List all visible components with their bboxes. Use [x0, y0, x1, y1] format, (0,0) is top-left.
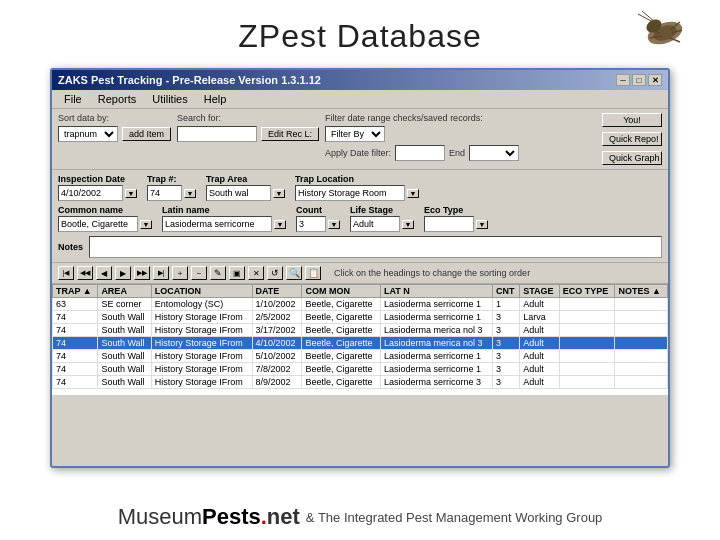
latin-name-dropdown[interactable]: ▼: [274, 220, 286, 229]
nav-last-button[interactable]: ▶|: [153, 266, 169, 280]
apply-date-input[interactable]: [395, 145, 445, 161]
table-cell: History Storage IFrom: [151, 324, 252, 337]
table-cell: [559, 311, 615, 324]
nav-next-next-button[interactable]: ▶▶: [134, 266, 150, 280]
inspection-date-dropdown[interactable]: ▼: [125, 189, 137, 198]
table-cell: 3: [493, 376, 520, 389]
quick-graph-button[interactable]: Quick Graph: [602, 151, 662, 165]
table-cell: Lasioderma serricorne 3: [381, 376, 493, 389]
count-input[interactable]: [296, 216, 326, 232]
table-cell: Beetle, Cigarette: [302, 311, 381, 324]
table-cell: [615, 350, 668, 363]
trap-num-dropdown[interactable]: ▼: [184, 189, 196, 198]
table-row[interactable]: 74South WallHistory Storage IFrom2/5/200…: [53, 311, 668, 324]
life-stage-field: Life Stage ▼: [350, 205, 414, 232]
col-common[interactable]: COM MON: [302, 285, 381, 298]
nav-refresh-button[interactable]: ↺: [267, 266, 283, 280]
table-cell: Adult: [520, 376, 560, 389]
sort-group: Sort data by: trapnum add Item: [58, 113, 171, 142]
nav-delete-button[interactable]: −: [191, 266, 207, 280]
table-cell: South Wall: [98, 376, 151, 389]
inspection-date-input[interactable]: [58, 185, 123, 201]
table-cell: 74: [53, 376, 98, 389]
life-stage-input[interactable]: [350, 216, 400, 232]
trap-area-dropdown[interactable]: ▼: [273, 189, 285, 198]
minimize-button[interactable]: ─: [616, 74, 630, 86]
trap-num-input[interactable]: [147, 185, 182, 201]
menu-reports[interactable]: Reports: [90, 92, 145, 106]
table-row[interactable]: 74South WallHistory Storage IFrom4/10/20…: [53, 337, 668, 350]
table-row[interactable]: 74South WallHistory Storage IFrom3/17/20…: [53, 324, 668, 337]
menu-utilities[interactable]: Utilities: [144, 92, 195, 106]
col-location[interactable]: LOCATION: [151, 285, 252, 298]
col-latin[interactable]: LAT N: [381, 285, 493, 298]
search-input[interactable]: [177, 126, 257, 142]
col-eco[interactable]: ECO TYPE: [559, 285, 615, 298]
col-date[interactable]: DATE: [252, 285, 302, 298]
notes-input[interactable]: [89, 236, 662, 258]
trap-location-label: Trap Location: [295, 174, 419, 184]
trap-location-input[interactable]: [295, 185, 405, 201]
maximize-button[interactable]: □: [632, 74, 646, 86]
filter-by-stat-select[interactable]: Filter By Stat: [325, 126, 385, 142]
count-dropdown[interactable]: ▼: [328, 220, 340, 229]
nav-next-button[interactable]: ▶: [115, 266, 131, 280]
end-select[interactable]: [469, 145, 519, 161]
table-cell: South Wall: [98, 350, 151, 363]
life-stage-label: Life Stage: [350, 205, 414, 215]
search-label: Search for:: [177, 113, 319, 123]
nav-click-info: Click on the headings to change the sort…: [334, 268, 530, 278]
sort-select[interactable]: trapnum: [58, 126, 118, 142]
nav-filter2-button[interactable]: 📋: [305, 266, 321, 280]
col-cnt[interactable]: CNT: [493, 285, 520, 298]
trap-location-dropdown[interactable]: ▼: [407, 189, 419, 198]
table-cell: [559, 350, 615, 363]
common-name-input[interactable]: [58, 216, 138, 232]
common-name-dropdown[interactable]: ▼: [140, 220, 152, 229]
col-trap[interactable]: TRAP ▲: [53, 285, 98, 298]
table-cell: Adult: [520, 298, 560, 311]
end-label: End: [449, 148, 465, 158]
nav-add-button[interactable]: +: [172, 266, 188, 280]
form-area: Inspection Date ▼ Trap #: ▼ Trap Area: [52, 170, 668, 263]
table-cell: Adult: [520, 337, 560, 350]
col-stage[interactable]: STAGE: [520, 285, 560, 298]
table-cell: South Wall: [98, 324, 151, 337]
menu-file[interactable]: File: [56, 92, 90, 106]
common-name-field: Common name ▼: [58, 205, 152, 232]
right-buttons: You! Quick Repo! Quick Graph: [602, 113, 662, 165]
notes-label: Notes: [58, 242, 83, 252]
table-row[interactable]: 74South WallHistory Storage IFrom7/8/200…: [53, 363, 668, 376]
nav-edit-button[interactable]: ✎: [210, 266, 226, 280]
table-cell: [615, 324, 668, 337]
bug-decoration: [610, 8, 690, 68]
nav-prev-button[interactable]: ◀: [96, 266, 112, 280]
nav-cancel-button[interactable]: ✕: [248, 266, 264, 280]
close-button[interactable]: ✕: [648, 74, 662, 86]
latin-name-field: Latin name ▼: [162, 205, 286, 232]
title-bar-buttons: ─ □ ✕: [616, 74, 662, 86]
table-cell: Adult: [520, 350, 560, 363]
you-button[interactable]: You!: [602, 113, 662, 127]
table-row[interactable]: 74South WallHistory Storage IFrom8/9/200…: [53, 376, 668, 389]
edit-rec-button[interactable]: Edit Rec L:: [261, 127, 319, 141]
col-notes[interactable]: NOTES ▲: [615, 285, 668, 298]
latin-name-input[interactable]: [162, 216, 272, 232]
nav-save-button[interactable]: ▣: [229, 266, 245, 280]
data-table-container[interactable]: TRAP ▲ AREA LOCATION DATE COM MON LAT N …: [52, 284, 668, 395]
table-cell: 2/5/2002: [252, 311, 302, 324]
quick-report-button[interactable]: Quick Repo!: [602, 132, 662, 146]
table-row[interactable]: 74South WallHistory Storage IFrom5/10/20…: [53, 350, 668, 363]
nav-first-button[interactable]: |◀: [58, 266, 74, 280]
eco-type-input[interactable]: [424, 216, 474, 232]
add-item-button[interactable]: add Item: [122, 127, 171, 141]
menu-help[interactable]: Help: [196, 92, 235, 106]
nav-prev-prev-button[interactable]: ◀◀: [77, 266, 93, 280]
table-row[interactable]: 63SE cornerEntomology (SC)1/10/2002Beetl…: [53, 298, 668, 311]
life-stage-dropdown[interactable]: ▼: [402, 220, 414, 229]
col-area[interactable]: AREA: [98, 285, 151, 298]
nav-filter1-button[interactable]: 🔍: [286, 266, 302, 280]
inspection-date-label: Inspection Date: [58, 174, 137, 184]
trap-area-input[interactable]: [206, 185, 271, 201]
eco-type-dropdown[interactable]: ▼: [476, 220, 488, 229]
